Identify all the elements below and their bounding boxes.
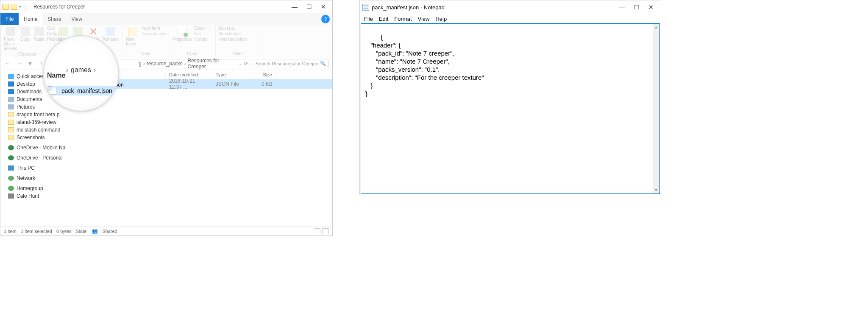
search-input[interactable]: Search Resources for Creeper 🔍 xyxy=(253,59,329,68)
status-state-label: State: xyxy=(75,229,88,234)
details-view-button[interactable] xyxy=(314,228,320,234)
edit-button[interactable]: Edit xyxy=(195,31,208,36)
sidebar-item-onedrive[interactable]: OneDrive - Personal xyxy=(0,154,68,162)
qat-dropdown-icon[interactable]: ▾ xyxy=(19,5,21,9)
tab-share[interactable]: Share xyxy=(42,13,66,25)
separator xyxy=(25,3,25,11)
minimize-button[interactable]: — xyxy=(287,1,302,13)
folder-icon xyxy=(8,127,14,132)
move-icon xyxy=(59,27,68,36)
menu-help[interactable]: Help xyxy=(435,16,447,22)
lens-column-header: Name xyxy=(47,72,66,79)
sidebar-item-pictures[interactable]: Pictures xyxy=(0,103,68,111)
properties-icon xyxy=(178,27,187,36)
back-button[interactable]: ← xyxy=(4,59,12,68)
ribbon-group-new: New folder New item Easy access New xyxy=(122,25,169,57)
close-button[interactable]: ✕ xyxy=(644,1,658,13)
sidebar-item-network[interactable]: Network xyxy=(0,174,68,182)
desktop-icon xyxy=(8,81,14,87)
maximize-button[interactable]: ☐ xyxy=(302,1,316,13)
breadcrumb-segment[interactable]: Resources for Creeper xyxy=(188,58,237,70)
window-controls: — ☐ ✕ xyxy=(615,1,658,13)
notepad-icon xyxy=(362,4,369,11)
copy-button[interactable]: Copy xyxy=(19,26,31,42)
pin-icon xyxy=(6,27,15,36)
paste-icon xyxy=(34,27,44,36)
rename-button[interactable]: Rename xyxy=(102,26,120,42)
downloads-icon xyxy=(8,89,14,94)
open-button[interactable]: Open xyxy=(195,26,208,31)
ribbon-group-select: Select all Select none Invert selection … xyxy=(216,25,262,57)
folder-icon xyxy=(11,4,17,10)
network-icon xyxy=(8,176,14,181)
minimize-button[interactable]: — xyxy=(615,1,629,13)
breadcrumb-segment[interactable]: resource_packs xyxy=(147,61,183,67)
tab-view[interactable]: View xyxy=(66,13,87,25)
folder-icon xyxy=(2,4,9,10)
easy-access-button[interactable]: Easy access xyxy=(142,31,166,36)
help-icon[interactable]: ? xyxy=(321,15,330,23)
copy-icon xyxy=(21,27,30,36)
column-type[interactable]: Type xyxy=(212,72,250,77)
status-selected: 1 item selected xyxy=(21,229,52,234)
scroll-up-icon[interactable]: ▲ xyxy=(653,24,659,31)
scroll-down-icon[interactable]: ▼ xyxy=(653,187,659,193)
paste-button[interactable]: Paste xyxy=(33,26,45,42)
menu-file[interactable]: File xyxy=(364,16,373,22)
properties-button[interactable]: Properties xyxy=(172,26,193,42)
breadcrumb-segment[interactable]: g xyxy=(139,61,142,67)
address-dropdown-icon[interactable]: ⌄ xyxy=(239,62,242,66)
sidebar-item-folder[interactable]: mc slash command xyxy=(0,126,68,134)
chevron-right-icon: › xyxy=(94,66,96,74)
menu-format[interactable]: Format xyxy=(394,16,412,22)
pin-to-quick-access-button[interactable]: Pin to Quick access xyxy=(3,26,18,52)
sidebar-item-folder[interactable]: island-359-review xyxy=(0,118,68,126)
folder-icon xyxy=(8,120,14,125)
column-size[interactable]: Size xyxy=(250,72,276,77)
status-item-count: 1 item xyxy=(4,229,17,234)
sidebar-item-folder[interactable]: Screenshots xyxy=(0,134,68,141)
menu-edit[interactable]: Edit xyxy=(379,16,388,22)
file-type-cell: JSON File xyxy=(212,81,250,87)
tab-file[interactable]: File xyxy=(0,13,19,25)
sidebar-item-user[interactable]: Cale Hunt xyxy=(0,192,68,200)
magnifier-lens: › games › Name pack_manifest.json xyxy=(43,35,119,112)
notepad-window: pack_manifest.json - Notepad — ☐ ✕ File … xyxy=(359,0,661,195)
shared-icon: 👥 xyxy=(92,228,98,234)
file-date-cell: 2016-10-21 12:37 ... xyxy=(166,78,212,90)
status-bytes: 0 bytes xyxy=(56,229,71,234)
vertical-scrollbar[interactable]: ▲ ▼ xyxy=(653,24,659,193)
star-icon xyxy=(8,74,14,79)
notepad-title: pack_manifest.json - Notepad xyxy=(372,4,445,11)
select-all-button[interactable]: Select all xyxy=(218,26,247,31)
ribbon-tabs: File Home Share View ? xyxy=(0,13,332,25)
notepad-menu-bar: File Edit Format View Help xyxy=(360,14,661,23)
json-file-icon xyxy=(49,87,56,95)
sidebar-item-folder[interactable]: dragon front beta p xyxy=(0,111,68,118)
status-shared: Shared xyxy=(102,229,117,234)
onedrive-icon xyxy=(8,155,14,160)
select-none-button[interactable]: Select none xyxy=(218,31,247,36)
column-date[interactable]: Date modified xyxy=(166,72,212,77)
status-bar: 1 item 1 item selected 0 bytes State: 👥 … xyxy=(0,226,332,235)
recent-locations-button[interactable]: ▾ xyxy=(26,59,34,68)
forward-button[interactable]: → xyxy=(15,59,23,68)
group-label: Clipboard xyxy=(3,52,52,56)
invert-selection-button[interactable]: Invert selection xyxy=(218,37,247,42)
new-folder-button[interactable]: New folder xyxy=(125,26,141,47)
menu-view[interactable]: View xyxy=(418,16,430,22)
sidebar-item-onedrive[interactable]: OneDrive - Mobile Na xyxy=(0,144,68,151)
delete-icon xyxy=(89,27,98,36)
new-item-button[interactable]: New item xyxy=(142,26,166,31)
close-button[interactable]: ✕ xyxy=(316,1,331,13)
maximize-button[interactable]: ☐ xyxy=(629,1,644,13)
explorer-titlebar: ▾ Resources for Creeper — ☐ ✕ xyxy=(0,0,332,13)
sidebar-item-this-pc[interactable]: This PC xyxy=(0,164,68,172)
thumbnails-view-button[interactable] xyxy=(322,228,329,234)
sidebar-item-homegroup[interactable]: Homegroup xyxy=(0,185,68,192)
window-title: Resources for Creeper xyxy=(33,4,85,10)
history-button[interactable]: History xyxy=(195,37,208,42)
refresh-icon[interactable]: ⟳ xyxy=(244,61,248,67)
notepad-text-area[interactable]: { "header": { "pack_id": "Note 7 creeper… xyxy=(361,23,660,194)
tab-home[interactable]: Home xyxy=(19,13,42,25)
